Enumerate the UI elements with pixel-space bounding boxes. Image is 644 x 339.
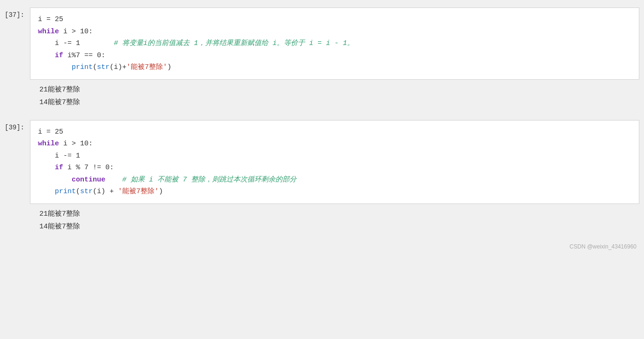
code-line-0-4: print(str(i)+'能被7整除') — [38, 61, 631, 74]
cell-code-box-0: i = 25while i > 10: i -= 1 # 将变量i的当前值减去 … — [30, 8, 639, 80]
watermark: CSDN @weixin_43416960 — [0, 241, 644, 252]
code-token: '能被7整除' — [118, 188, 159, 196]
code-line-1-1: while i > 10: — [38, 138, 631, 150]
code-token: i > — [59, 28, 80, 36]
cell-input-row-1: [39]:i = 25while i > 10: i -= 1 if i % 7… — [0, 117, 644, 204]
cell-wrapper-1: [39]:i = 25while i > 10: i -= 1 if i % 7… — [0, 117, 644, 241]
code-token: (i)+ — [110, 63, 126, 71]
cell-label-1: [39]: — [0, 117, 28, 204]
cell-label-0: [37]: — [0, 5, 28, 80]
code-token: i — [55, 39, 59, 47]
code-token: 7 — [84, 164, 89, 172]
code-line-0-0: i = 25 — [38, 14, 631, 26]
cell-input-row-0: [37]:i = 25while i > 10: i -= 1 # 将变量i的当… — [0, 5, 644, 80]
code-token: 25 — [55, 128, 63, 136]
cell-code-box-1: i = 25while i > 10: i -= 1 if i % 7 != 0… — [30, 120, 639, 204]
code-token: while — [38, 140, 59, 148]
code-token: # 如果 i 不能被 7 整除，则跳过本次循环剩余的部分 — [105, 176, 296, 184]
code-token: 1 — [76, 152, 80, 160]
code-token: (i) + — [93, 188, 118, 196]
code-token: if — [55, 52, 63, 60]
cell-wrapper-0: [37]:i = 25while i > 10: i -= 1 # 将变量i的当… — [0, 5, 644, 117]
code-line-1-2: i -= 1 — [38, 150, 631, 162]
code-token: -= — [59, 152, 76, 160]
code-token: print — [72, 63, 93, 71]
code-token: ) — [167, 63, 171, 71]
cell-output-box-1: 21能被7整除14能被7整除 — [30, 204, 639, 237]
code-line-1-5: print(str(i) + '能被7整除') — [38, 186, 631, 198]
code-line-1-3: if i % 7 != 0: — [38, 162, 631, 174]
output-line-0-0: 21能被7整除 — [39, 83, 632, 96]
code-token: 10 — [80, 140, 89, 148]
code-token: i % — [63, 164, 84, 172]
code-token: i — [38, 15, 42, 23]
code-token: i — [38, 128, 42, 136]
code-token: ( — [76, 188, 80, 196]
output-line-0-1: 14能被7整除 — [39, 96, 632, 109]
cell-output-row-0: 21能被7整除14能被7整除 — [0, 80, 644, 113]
cell-output-row-1: 21能被7整除14能被7整除 — [0, 204, 644, 237]
code-token: 1 — [76, 39, 80, 47]
code-token: 0 — [97, 52, 101, 60]
code-token: = — [42, 15, 55, 23]
code-token: ) — [159, 188, 163, 196]
notebook-container: [37]:i = 25while i > 10: i -= 1 # 将变量i的当… — [0, 0, 644, 339]
code-token: -= — [59, 39, 76, 47]
code-token: while — [38, 28, 59, 36]
code-token: '能被7整除' — [126, 63, 167, 71]
code-line-1-4: continue # 如果 i 不能被 7 整除，则跳过本次循环剩余的部分 — [38, 174, 631, 186]
code-token: print — [55, 188, 76, 196]
code-token: 7 — [76, 52, 80, 60]
code-token: : — [101, 52, 105, 60]
code-token: : — [110, 164, 114, 172]
code-token: continue — [72, 176, 105, 184]
output-line-1-1: 14能被7整除 — [39, 220, 632, 233]
code-token: 25 — [55, 15, 63, 23]
cell-output-box-0: 21能被7整除14能被7整除 — [30, 80, 639, 113]
code-line-1-0: i = 25 — [38, 126, 631, 138]
code-token: # 将变量i的当前值减去 1，并将结果重新赋值给 i。等价于 i = i - 1… — [80, 39, 354, 47]
code-token: 10 — [80, 28, 89, 36]
code-token: ( — [93, 63, 97, 71]
code-token: == — [80, 52, 97, 60]
code-token: : — [89, 140, 93, 148]
code-token: str — [80, 188, 93, 196]
code-token: str — [97, 63, 110, 71]
code-line-0-1: while i > 10: — [38, 26, 631, 38]
code-token: = — [42, 128, 55, 136]
code-token: : — [89, 28, 93, 36]
code-token: 0 — [105, 164, 110, 172]
code-line-0-3: if i%7 == 0: — [38, 50, 631, 62]
code-token: if — [55, 164, 63, 172]
code-line-0-2: i -= 1 # 将变量i的当前值减去 1，并将结果重新赋值给 i。等价于 i … — [38, 38, 631, 50]
code-token: i > — [59, 140, 80, 148]
code-token: != — [89, 164, 105, 172]
code-token: i — [55, 152, 59, 160]
output-line-1-0: 21能被7整除 — [39, 208, 632, 220]
code-token: i% — [63, 52, 76, 60]
